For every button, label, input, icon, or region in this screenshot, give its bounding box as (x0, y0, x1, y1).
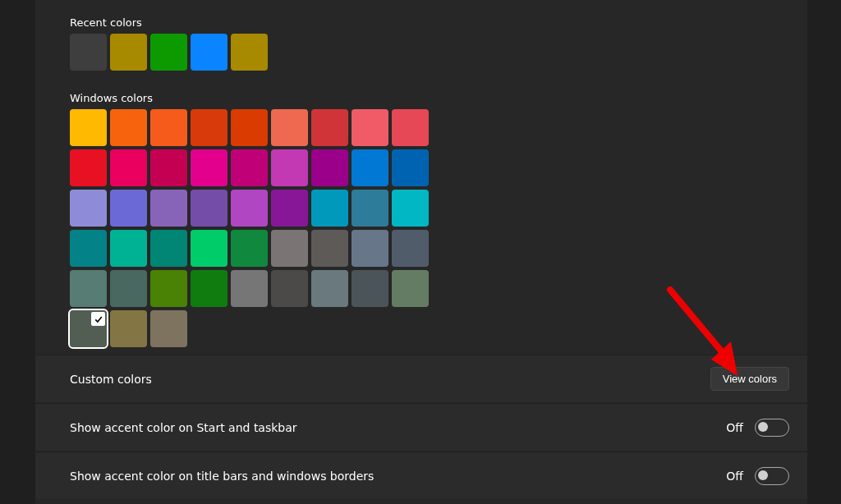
windows-color-swatch[interactable] (231, 270, 268, 307)
accent-start-taskbar-label: Show accent color on Start and taskbar (70, 421, 726, 434)
windows-color-swatch[interactable] (191, 149, 227, 186)
recent-colors-label: Recent colors (70, 16, 760, 29)
custom-colors-label: Custom colors (70, 373, 710, 386)
windows-colors-grid (70, 109, 760, 347)
recent-colors-row (70, 34, 760, 71)
windows-color-swatch[interactable] (70, 270, 107, 307)
windows-color-swatch[interactable] (231, 109, 268, 146)
accent-start-taskbar-row: Show accent color on Start and taskbar O… (35, 403, 807, 451)
windows-color-swatch[interactable] (271, 190, 308, 227)
windows-color-row (70, 310, 760, 347)
custom-colors-row: Custom colors View colors (35, 355, 807, 402)
windows-color-swatch[interactable] (110, 230, 147, 267)
view-colors-button[interactable]: View colors (710, 367, 789, 391)
windows-color-swatch[interactable] (231, 230, 268, 267)
windows-color-swatch[interactable] (110, 270, 147, 307)
windows-color-row (70, 149, 760, 186)
accent-start-taskbar-toggle[interactable] (755, 419, 789, 437)
windows-color-swatch[interactable] (271, 109, 308, 146)
windows-color-swatch[interactable] (191, 190, 227, 227)
windows-color-row (70, 270, 760, 307)
windows-color-swatch[interactable] (150, 109, 187, 146)
windows-color-swatch[interactable] (352, 230, 388, 267)
recent-color-swatch[interactable] (231, 34, 268, 71)
windows-color-swatch[interactable] (352, 190, 388, 227)
windows-color-swatch[interactable] (110, 109, 147, 146)
windows-color-swatch[interactable] (271, 149, 308, 186)
color-section: Recent colors Windows colors (70, 16, 760, 355)
windows-color-swatch[interactable] (70, 149, 107, 186)
windows-color-swatch[interactable] (392, 270, 429, 307)
windows-color-swatch[interactable] (110, 190, 147, 227)
windows-color-swatch[interactable] (150, 270, 187, 307)
checkmark-icon (91, 312, 105, 326)
windows-color-swatch[interactable] (311, 190, 348, 227)
windows-colors-label: Windows colors (70, 92, 760, 104)
windows-color-swatch[interactable] (150, 190, 187, 227)
windows-color-swatch[interactable] (191, 270, 227, 307)
windows-color-swatch[interactable] (150, 310, 187, 347)
windows-color-row (70, 109, 760, 146)
windows-color-swatch[interactable] (271, 270, 308, 307)
windows-color-swatch[interactable] (311, 109, 348, 146)
windows-color-swatch[interactable] (70, 310, 107, 347)
windows-color-swatch[interactable] (110, 149, 147, 186)
windows-color-swatch[interactable] (231, 190, 268, 227)
settings-colors-page: Recent colors Windows colors Custom colo… (0, 0, 841, 504)
windows-color-swatch[interactable] (392, 230, 429, 267)
recent-color-swatch[interactable] (150, 34, 187, 71)
windows-color-swatch[interactable] (70, 109, 107, 146)
windows-color-swatch[interactable] (70, 190, 107, 227)
windows-color-swatch[interactable] (311, 149, 348, 186)
windows-color-row (70, 190, 760, 227)
windows-color-swatch[interactable] (110, 310, 147, 347)
accent-titlebar-label: Show accent color on title bars and wind… (70, 470, 726, 483)
windows-color-swatch[interactable] (392, 109, 429, 146)
recent-color-swatch[interactable] (191, 34, 227, 71)
windows-color-swatch[interactable] (191, 109, 227, 146)
accent-titlebar-toggle[interactable] (755, 467, 789, 485)
recent-color-swatch[interactable] (70, 34, 107, 71)
windows-color-swatch[interactable] (231, 149, 268, 186)
windows-color-swatch[interactable] (150, 149, 187, 186)
windows-color-swatch[interactable] (352, 109, 388, 146)
recent-color-swatch[interactable] (110, 34, 147, 71)
windows-color-swatch[interactable] (392, 149, 429, 186)
windows-color-swatch[interactable] (191, 230, 227, 267)
windows-color-row (70, 230, 760, 267)
windows-color-swatch[interactable] (311, 270, 348, 307)
windows-color-swatch[interactable] (311, 230, 348, 267)
windows-color-swatch[interactable] (352, 149, 388, 186)
accent-titlebar-row: Show accent color on title bars and wind… (35, 451, 807, 499)
windows-color-swatch[interactable] (392, 190, 429, 227)
windows-color-swatch[interactable] (70, 230, 107, 267)
windows-color-swatch[interactable] (271, 230, 308, 267)
windows-color-swatch[interactable] (150, 230, 187, 267)
accent-titlebar-value: Off (726, 470, 743, 483)
windows-color-swatch[interactable] (352, 270, 388, 307)
accent-start-taskbar-value: Off (726, 421, 743, 434)
